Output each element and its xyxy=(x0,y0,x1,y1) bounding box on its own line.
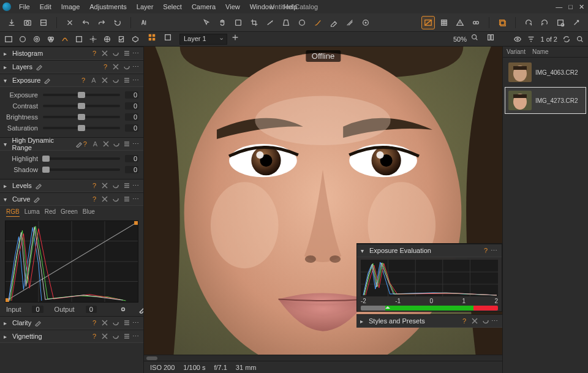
auto-icon[interactable]: A xyxy=(89,76,98,85)
curve-tab-green[interactable]: Green xyxy=(61,208,78,217)
view-single-icon[interactable] xyxy=(164,33,176,45)
curve-canvas[interactable] xyxy=(5,220,138,303)
panel-levels[interactable]: ▸ Levels ? ⋯ xyxy=(0,179,143,192)
exposure-slider[interactable] xyxy=(43,94,120,96)
menu-select[interactable]: Select xyxy=(159,2,186,12)
brightness-value[interactable]: 0 xyxy=(125,113,138,121)
menu-layer[interactable]: Layer xyxy=(132,2,158,12)
panel-exposure-evaluation[interactable]: ▾ Exposure Evaluation ? ⋯ xyxy=(357,244,502,257)
more-icon[interactable]: ⋯ xyxy=(132,333,140,341)
annotation-icon[interactable] xyxy=(137,16,151,29)
reset-panel-icon[interactable] xyxy=(111,318,120,327)
rotate-right-icon[interactable] xyxy=(538,16,551,29)
add-layer-icon[interactable] xyxy=(231,33,243,45)
help-icon[interactable]: ? xyxy=(92,182,96,189)
exposure-warning-icon[interactable] xyxy=(421,16,435,29)
contrast-value[interactable]: 0 xyxy=(125,102,138,110)
proof-icon[interactable] xyxy=(486,33,499,45)
menu-panel-icon[interactable] xyxy=(123,76,131,85)
crop-icon[interactable] xyxy=(247,16,261,29)
layer-select[interactable]: Layer 1 xyxy=(179,34,227,45)
clip-icon[interactable] xyxy=(100,332,109,341)
viewer-scrollbar[interactable] xyxy=(144,355,502,361)
window-maximize-icon[interactable]: □ xyxy=(568,3,573,11)
zoom-tool-icon[interactable] xyxy=(470,33,483,45)
panel-histogram[interactable]: ▸ Histogram ? ⋯ xyxy=(0,47,143,60)
help-icon[interactable]: ? xyxy=(92,319,96,326)
export-icon[interactable] xyxy=(570,16,583,29)
help-icon[interactable]: ? xyxy=(104,63,107,70)
panel-exposure[interactable]: ▾ Exposure ? A ⋯ xyxy=(0,73,143,87)
tab-metadata-icon[interactable] xyxy=(116,34,126,45)
search-icon[interactable] xyxy=(576,35,584,43)
saturation-value[interactable]: 0 xyxy=(125,124,138,132)
clip-icon[interactable] xyxy=(100,49,109,58)
contrast-slider[interactable] xyxy=(43,105,120,107)
grid-icon[interactable] xyxy=(437,16,451,29)
help-icon[interactable]: ? xyxy=(83,140,87,148)
gradient-mask-icon[interactable] xyxy=(343,16,356,29)
menu-panel-icon[interactable] xyxy=(123,49,131,58)
curve-tab-red[interactable]: Red xyxy=(45,208,56,217)
panel-vignetting[interactable]: ▸ Vignetting ? ⋯ xyxy=(0,330,143,343)
reset-icon[interactable] xyxy=(111,16,124,29)
clip-icon[interactable] xyxy=(100,181,109,190)
panel-clarity[interactable]: ▸ Clarity ? ⋯ xyxy=(0,316,143,330)
menu-panel-icon[interactable] xyxy=(123,181,131,190)
clip-icon[interactable] xyxy=(111,62,120,71)
capture-icon[interactable] xyxy=(21,16,34,29)
menu-panel-icon[interactable] xyxy=(123,195,131,203)
curve-tab-luma[interactable]: Luma xyxy=(24,208,40,217)
menu-adjustments[interactable]: Adjustments xyxy=(85,2,131,12)
undo-icon[interactable] xyxy=(79,16,92,29)
highlight-slider[interactable] xyxy=(43,157,120,160)
clip-icon[interactable] xyxy=(100,195,109,203)
help-icon[interactable]: ? xyxy=(81,77,85,84)
help-icon[interactable]: ? xyxy=(92,333,96,340)
keystone-icon[interactable] xyxy=(279,16,293,29)
radial-mask-icon[interactable] xyxy=(359,16,372,29)
panel-styles[interactable]: ▸ Styles and Presets ? ⋯ xyxy=(356,314,502,328)
reset-panel-icon[interactable] xyxy=(112,140,120,148)
menu-file[interactable]: File xyxy=(15,2,34,12)
view-grid-icon[interactable] xyxy=(148,33,160,45)
clip-icon[interactable] xyxy=(100,318,109,327)
redo-icon[interactable] xyxy=(95,16,108,29)
process-icon[interactable] xyxy=(554,16,567,29)
tab-exposure-icon[interactable] xyxy=(60,34,70,45)
canvas[interactable]: Offline ▾ Exposure Evaluation ? ⋯ xyxy=(144,47,502,355)
exposure-scale[interactable]: -2 -1 0 1 2 xyxy=(361,298,498,307)
menu-panel-icon[interactable] xyxy=(123,318,131,327)
menu-image[interactable]: Image xyxy=(57,2,85,12)
shadow-value[interactable]: 0 xyxy=(125,166,138,173)
workspace-icon[interactable] xyxy=(496,16,509,29)
reset-panel-icon[interactable] xyxy=(111,332,120,341)
filter-icon[interactable] xyxy=(527,35,535,43)
tab-lens-icon[interactable] xyxy=(32,34,42,45)
rotate-left-icon[interactable] xyxy=(522,16,535,29)
window-minimize-icon[interactable]: ― xyxy=(556,3,562,11)
exposure-value[interactable]: 0 xyxy=(125,91,138,99)
refresh-icon[interactable] xyxy=(562,35,571,43)
cursor-select-icon[interactable] xyxy=(200,16,213,29)
help-icon[interactable]: ? xyxy=(484,247,488,254)
curve-output-value[interactable]: 0 xyxy=(86,306,97,313)
tab-library-icon[interactable] xyxy=(4,34,14,45)
auto-icon[interactable]: A xyxy=(91,140,99,148)
more-icon[interactable]: ⋯ xyxy=(491,247,498,255)
reset-panel-icon[interactable] xyxy=(123,62,131,71)
curve-picker-icon[interactable] xyxy=(138,305,144,314)
browser-item-1[interactable]: IMG_4273.CR2 xyxy=(505,87,586,114)
highlight-value[interactable]: 0 xyxy=(125,155,138,162)
erase-mask-icon[interactable] xyxy=(327,16,341,29)
curve-point-icon[interactable] xyxy=(119,305,127,314)
shadow-slider[interactable] xyxy=(43,168,120,171)
zoom-value[interactable]: 50% xyxy=(453,36,467,43)
loupe-icon[interactable] xyxy=(232,16,245,29)
reject-icon[interactable] xyxy=(63,16,77,29)
menu-panel-icon[interactable] xyxy=(123,332,131,341)
menu-camera[interactable]: Camera xyxy=(187,2,220,12)
curve-input-value[interactable]: 0 xyxy=(32,306,43,313)
tab-local-icon[interactable] xyxy=(88,34,98,45)
more-icon[interactable]: ⋯ xyxy=(132,140,140,148)
